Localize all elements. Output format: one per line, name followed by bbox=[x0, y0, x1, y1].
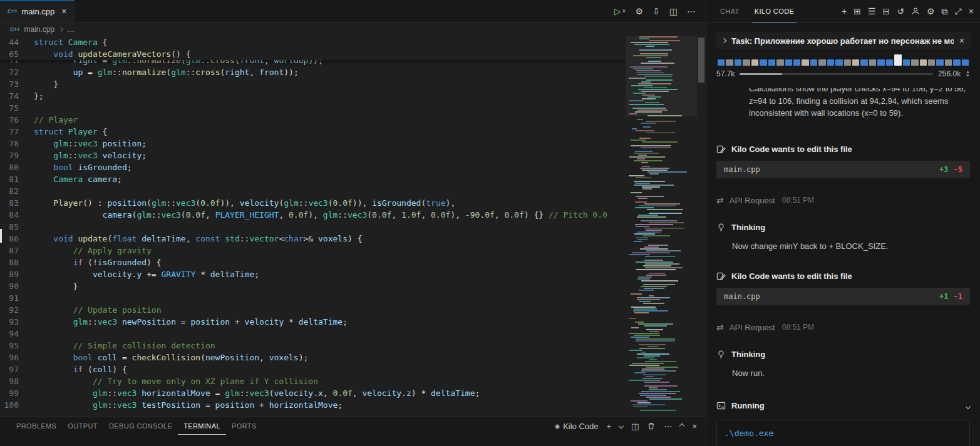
line-number[interactable]: 81 bbox=[0, 173, 34, 185]
split-terminal-icon[interactable]: ◫ bbox=[631, 422, 639, 431]
line-number[interactable]: 77 bbox=[0, 126, 34, 138]
tab-debug-console[interactable]: DEBUG CONSOLE bbox=[103, 417, 178, 435]
task-close-icon[interactable]: × bbox=[959, 36, 964, 46]
code-line[interactable]: 86 void update(float deltaTime, const st… bbox=[0, 233, 626, 245]
line-number[interactable]: 96 bbox=[0, 352, 34, 363]
code-line[interactable]: 72 up = glm::normalize(glm::cross(right,… bbox=[0, 66, 626, 78]
code-line[interactable]: 78 glm::vec3 position; bbox=[0, 138, 626, 150]
terminal-profile-kilo[interactable]: ◈ Kilo Code bbox=[555, 422, 599, 431]
install-download-icon[interactable]: ⇩ bbox=[652, 6, 660, 16]
code-lines[interactable]: 71 right = glm::normalize(glm::cross(fro… bbox=[0, 54, 626, 411]
line-number[interactable]: 99 bbox=[0, 387, 34, 399]
kill-terminal-icon[interactable] bbox=[647, 422, 656, 430]
board-icon[interactable]: ⊞ bbox=[854, 6, 861, 16]
tab-problems[interactable]: PROBLEMS bbox=[11, 417, 62, 435]
edited-file-row[interactable]: main.cpp +1 -1 bbox=[716, 288, 970, 305]
tab-main-cpp[interactable]: C++ main.cpp × bbox=[0, 0, 75, 22]
close-panel-icon[interactable]: × bbox=[692, 422, 697, 431]
code-line[interactable]: 77struct Player { bbox=[0, 126, 626, 138]
line-number[interactable]: 98 bbox=[0, 375, 34, 387]
line-number[interactable]: 75 bbox=[0, 102, 34, 114]
context-stepper[interactable]: ▲ ▼ bbox=[966, 70, 970, 78]
code-line[interactable]: 85 bbox=[0, 221, 626, 233]
code-line[interactable]: 100 glm::vec3 testPosition = position + … bbox=[0, 399, 626, 411]
editor-scrollbar[interactable] bbox=[697, 36, 706, 417]
code-line[interactable]: 75 bbox=[0, 102, 626, 114]
tab-kilo-code[interactable]: KILO CODE bbox=[752, 0, 797, 23]
line-number[interactable]: 88 bbox=[0, 256, 34, 268]
grid-icon[interactable]: ⊟ bbox=[883, 6, 890, 16]
code-line[interactable]: 99 glm::vec3 horizontalMove = glm::vec3(… bbox=[0, 387, 626, 399]
settings-gear-icon[interactable]: ⚙ bbox=[635, 6, 643, 16]
code-line[interactable]: 84 camera(glm::vec3(0.0f, PLAYER_HEIGHT,… bbox=[0, 209, 626, 221]
breadcrumb-file[interactable]: main.cpp bbox=[24, 25, 55, 34]
maximize-panel-icon[interactable] bbox=[680, 424, 684, 428]
line-number[interactable]: 90 bbox=[0, 280, 34, 292]
line-number[interactable]: 72 bbox=[0, 66, 34, 78]
line-number[interactable]: 95 bbox=[0, 340, 34, 352]
line-number[interactable]: 82 bbox=[0, 185, 34, 197]
code-line[interactable]: 96 bool coll = checkCollision(newPositio… bbox=[0, 352, 626, 363]
code-line[interactable]: 93 glm::vec3 newPosition = position + ve… bbox=[0, 316, 626, 328]
code-line[interactable]: 76// Player bbox=[0, 114, 626, 126]
line-number[interactable]: 80 bbox=[0, 161, 34, 173]
collapse-chevron-icon[interactable] bbox=[966, 401, 970, 410]
line-number[interactable]: 65 bbox=[0, 48, 34, 60]
edited-file-row[interactable]: main.cpp +3 -5 bbox=[716, 161, 970, 178]
step-down-icon[interactable]: ▼ bbox=[966, 74, 970, 78]
code-line[interactable]: 79 glm::vec3 velocity; bbox=[0, 150, 626, 161]
split-editor-icon[interactable]: ◫ bbox=[669, 6, 678, 16]
line-number[interactable]: 89 bbox=[0, 268, 34, 280]
code-line[interactable]: 98 // Try to move only on XZ plane if Y … bbox=[0, 375, 626, 387]
line-number[interactable]: 97 bbox=[0, 363, 34, 375]
code-line[interactable]: 80 bool isGrounded; bbox=[0, 161, 626, 173]
line-number[interactable]: 78 bbox=[0, 138, 34, 150]
code-line[interactable]: 88 if (!isGrounded) { bbox=[0, 256, 626, 268]
code-line[interactable]: 87 // Apply gravity bbox=[0, 245, 626, 256]
line-number[interactable]: 94 bbox=[0, 328, 34, 340]
running-header[interactable]: Running bbox=[716, 400, 970, 411]
line-number[interactable]: 91 bbox=[0, 292, 34, 304]
line-number[interactable]: 85 bbox=[0, 221, 34, 233]
code-line[interactable]: 74}; bbox=[0, 90, 626, 102]
code-line[interactable]: 81 Camera camera; bbox=[0, 173, 626, 185]
history-icon[interactable]: ↺ bbox=[897, 6, 904, 16]
task-header[interactable]: Task: Приложение хорошо работает но перс… bbox=[716, 32, 970, 49]
close-panel-icon[interactable]: × bbox=[969, 6, 974, 16]
account-icon[interactable] bbox=[911, 7, 920, 16]
code-line[interactable]: 83 Player() : position(glm::vec3(0.0f)),… bbox=[0, 197, 626, 209]
breadcrumb[interactable]: C++ main.cpp … bbox=[0, 23, 706, 36]
terminal-more-icon[interactable]: ⋯ bbox=[664, 422, 672, 431]
line-number[interactable]: 87 bbox=[0, 245, 34, 256]
chevron-right-icon[interactable] bbox=[721, 38, 726, 43]
open-external-icon[interactable]: ⧉ bbox=[942, 6, 948, 17]
breadcrumb-more[interactable]: … bbox=[67, 25, 75, 34]
code-line[interactable]: 90 } bbox=[0, 280, 626, 292]
settings-gear-icon[interactable]: ⚙ bbox=[927, 6, 935, 16]
list-icon[interactable]: ☰ bbox=[868, 6, 876, 16]
line-number[interactable]: 86 bbox=[0, 233, 34, 245]
tab-close-icon[interactable]: × bbox=[61, 6, 66, 16]
line-number[interactable]: 83 bbox=[0, 197, 34, 209]
sticky-scroll[interactable]: 44struct Camera {65 void updateCameraVec… bbox=[0, 36, 626, 60]
tab-ports[interactable]: PORTS bbox=[226, 417, 262, 435]
line-number[interactable]: 74 bbox=[0, 90, 34, 102]
minimap[interactable] bbox=[626, 36, 697, 417]
tab-output[interactable]: OUTPUT bbox=[62, 417, 103, 435]
code-line[interactable]: 89 velocity.y += GRAVITY * deltaTime; bbox=[0, 268, 626, 280]
code-line[interactable]: 44struct Camera { bbox=[0, 36, 626, 48]
line-number[interactable]: 44 bbox=[0, 36, 34, 48]
tab-terminal[interactable]: TERMINAL bbox=[178, 417, 226, 435]
line-number[interactable]: 79 bbox=[0, 150, 34, 161]
line-number[interactable]: 73 bbox=[0, 78, 34, 90]
code-editor[interactable]: 71 right = glm::normalize(glm::cross(fro… bbox=[0, 36, 626, 417]
line-number[interactable]: 100 bbox=[0, 399, 34, 411]
terminal-dropdown-icon[interactable] bbox=[619, 424, 623, 428]
expand-icon[interactable]: ⤢ bbox=[955, 6, 962, 17]
command-output-block[interactable]: .\demo.exe bbox=[716, 420, 970, 446]
run-dropdown-icon[interactable]: ∨ bbox=[622, 8, 626, 14]
line-number[interactable]: 92 bbox=[0, 304, 34, 316]
line-number[interactable]: 84 bbox=[0, 209, 34, 221]
scrollbar-thumb[interactable] bbox=[698, 38, 704, 83]
more-actions-icon[interactable]: ⋯ bbox=[687, 6, 696, 16]
